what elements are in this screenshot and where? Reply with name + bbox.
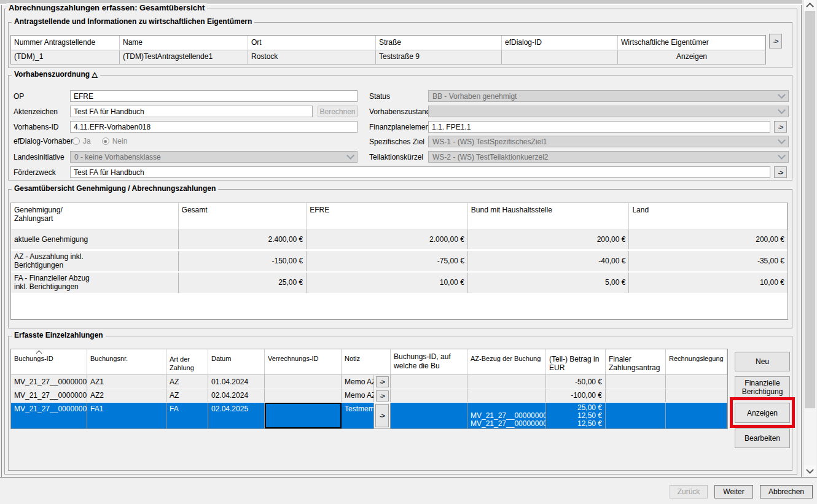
efdialog-radio-group: Ja Nein <box>72 137 138 145</box>
overview-row-genehmigung[interactable]: aktuelle Genehmigung 2.400,00 € 2.000,00… <box>11 230 788 249</box>
payments-col-buchungsnr[interactable]: Buchungsnr. <box>87 349 166 374</box>
vorhabenszustand-label: Vorhabenszustand <box>369 107 430 116</box>
radio-nein-label: Nein <box>112 137 128 145</box>
overview-land: -35,00 € <box>629 251 788 271</box>
payment-row-3-selected[interactable]: MV_21_27__0000000061 FA1 FA 02.04.2025 T… <box>11 403 727 428</box>
payment-id: MV_21_27__0000000055 <box>11 375 87 389</box>
scroll-up-arrow[interactable] <box>804 0 816 10</box>
overview-row-art: AZ - Auszahlung inkl. Berichtigungen <box>11 251 179 271</box>
payment-nr: AZ1 <box>87 375 166 389</box>
payments-col-buchung-auf[interactable]: Buchungs-ID, auf welche die Bu <box>391 349 467 374</box>
payment-nr: FA1 <box>87 403 166 428</box>
op-field[interactable]: EFRE <box>70 90 358 102</box>
finanzplanelement-field[interactable]: 1.1. FPE1.1 <box>428 121 770 133</box>
zurueck-button[interactable]: Zurück <box>670 485 708 498</box>
section-vorhaben: Vorhabenszuordnung △ OP EFRE Aktenzeiche… <box>8 75 792 180</box>
overview-gesamt: 2.400,00 € <box>179 230 307 249</box>
scrollbar-thumb[interactable] <box>805 11 815 408</box>
teilaktionskuerzel-dropdown[interactable]: WS-2 - (WS) TestTeilaktionkuerzel2 <box>428 151 789 163</box>
memo-open-button[interactable]: -> <box>376 390 389 401</box>
aktenzeichen-field[interactable]: Test FA für Handbuch <box>70 106 313 117</box>
payment-datum: 02.04.2025 <box>208 403 265 428</box>
memo-open-button[interactable]: -> <box>375 404 389 427</box>
overview-land: 200,00 € <box>629 230 788 249</box>
applicants-col-strasse: Straße <box>376 36 502 50</box>
payment-finaler <box>606 403 666 428</box>
abbrechen-button[interactable]: Abbrechen <box>760 485 813 498</box>
payments-col-rechnungslegung[interactable]: Rechnungslegung <box>666 349 727 374</box>
memo-open-button[interactable]: -> <box>376 376 389 387</box>
overview-row-fa[interactable]: FA - Finanzieller Abzug inkl. Berichtigu… <box>11 273 788 293</box>
vorhabenszustand-dropdown[interactable] <box>428 106 789 117</box>
payments-col-datum[interactable]: Datum <box>208 349 265 374</box>
payments-col-az-bezug[interactable]: AZ-Bezug der Buchung <box>467 349 546 374</box>
payment-az-bezug <box>467 375 546 389</box>
window-border-bottom <box>0 477 817 478</box>
foerderzweck-detail-button[interactable]: -> <box>774 166 787 178</box>
finanzielle-berichtigung-button[interactable]: Finanzielle Berichtigung <box>735 376 790 398</box>
payments-col-finaler[interactable]: Finaler Zahlungsantrag <box>606 349 666 374</box>
landesinitiative-dropdown[interactable]: 0 - keine Vorhabensklasse <box>70 151 358 163</box>
foerderzweck-label: Förderzweck <box>14 168 56 177</box>
vertical-scrollbar[interactable] <box>803 0 816 476</box>
spezifisches-ziel-label: Spezifisches Ziel <box>369 138 424 146</box>
payments-col-art[interactable]: Art der Zahlung <box>166 349 208 374</box>
finanzplanelement-detail-button[interactable]: -> <box>774 121 787 133</box>
spezifisches-ziel-dropdown[interactable]: WS-1 - (WS) TestSpezifischesZiel1 <box>428 136 789 147</box>
weiter-button[interactable]: Weiter <box>714 485 753 498</box>
neu-button[interactable]: Neu <box>735 352 790 371</box>
overview-gesamt: 25,00 € <box>179 273 307 293</box>
overview-row-az[interactable]: AZ - Auszahlung inkl. Berichtigungen -15… <box>11 251 788 271</box>
overview-gesamt: -150,00 € <box>179 251 307 271</box>
section-payments-title: Erfasste Einzelzahlungen <box>12 331 106 339</box>
chevron-down-icon <box>806 466 814 474</box>
aktenzeichen-label: Aktenzeichen <box>14 107 58 116</box>
window-border-right <box>801 5 802 477</box>
payment-datum: 02.04.2024 <box>208 389 265 402</box>
payments-col-buchungs-id[interactable]: Buchungs-ID <box>11 349 87 374</box>
payment-verrechnung-focused-cell[interactable] <box>265 403 342 428</box>
overview-land: 10,00 € <box>629 273 788 293</box>
payment-verrechnung <box>265 389 342 402</box>
scroll-down-arrow[interactable] <box>804 465 816 476</box>
payment-art: FA <box>166 403 208 428</box>
overview-efre: 10,00 € <box>307 273 468 293</box>
applicant-eigentuemer-anzeigen[interactable]: Anzeigen <box>618 50 765 64</box>
foerderzweck-field[interactable]: Test FA für Handbuch <box>70 166 770 178</box>
vorhabens-id-field[interactable]: 4.11.EFR-Vorhaben018 <box>70 121 358 133</box>
applicants-detail-button[interactable]: -> <box>769 34 782 48</box>
op-label: OP <box>14 92 24 101</box>
applicant-efdialog-id <box>502 50 618 64</box>
payments-col-notiz[interactable]: Notiz <box>342 349 391 374</box>
status-value: BB - Vorhaben genehmigt <box>432 92 517 101</box>
applicants-col-name: Name <box>120 36 248 50</box>
applicants-col-nummer: Nummer Antragstellende <box>11 36 120 50</box>
efdialog-vorhaben-label: efDialog-Vorhaben <box>14 137 74 145</box>
overview-bund: 5,00 € <box>468 273 630 293</box>
overview-bund: -40,00 € <box>468 251 630 271</box>
payment-row-1[interactable]: MV_21_27__0000000055 AZ1 AZ 01.04.2024 M… <box>11 375 727 389</box>
section-overview-title: Gesamtübersicht Genehmigung / Abrechnung… <box>12 184 218 193</box>
bearbeiten-button[interactable]: Bearbeiten <box>735 428 790 448</box>
overview-row-art: aktuelle Genehmigung <box>11 230 179 249</box>
payment-rechnung <box>666 375 727 389</box>
payment-id: MV_21_27__0000000061 <box>11 403 87 428</box>
radio-nein[interactable] <box>102 138 109 145</box>
applicants-table: Nummer Antragstellende Name Ort Straße e… <box>10 35 766 64</box>
payment-buchung-auf <box>391 375 467 389</box>
section-vorhaben-title: Vorhabenszuordnung △ <box>12 70 100 79</box>
payments-col-betrag[interactable]: (Teil-) Betrag in EUR <box>546 349 606 374</box>
radio-ja[interactable] <box>72 138 80 145</box>
memo-cell: -> <box>374 403 391 428</box>
payment-row-2[interactable]: MV_21_27__0000000056 AZ2 AZ 02.04.2024 M… <box>11 389 727 403</box>
payment-betrag: 25,00 € 12,50 € 12,50 € <box>546 403 606 428</box>
landesinitiative-value: 0 - keine Vorhabensklasse <box>74 153 161 161</box>
overview-col-land: Land <box>629 203 788 230</box>
payments-col-verrechnungs-id[interactable]: Verrechnungs-ID <box>265 349 342 374</box>
status-dropdown[interactable]: BB - Vorhaben genehmigt <box>428 90 789 102</box>
overview-table: Genehmigung/ Zahlungsart Gesamt EFRE Bun… <box>10 203 788 320</box>
berechnen-button[interactable]: Berechnen <box>318 106 358 117</box>
applicants-row[interactable]: (TDM)_1 (TDM)TestAntragstellende1 Rostoc… <box>11 50 765 64</box>
payment-betrag: -50,00 € <box>546 375 606 389</box>
payment-finaler <box>606 375 666 389</box>
